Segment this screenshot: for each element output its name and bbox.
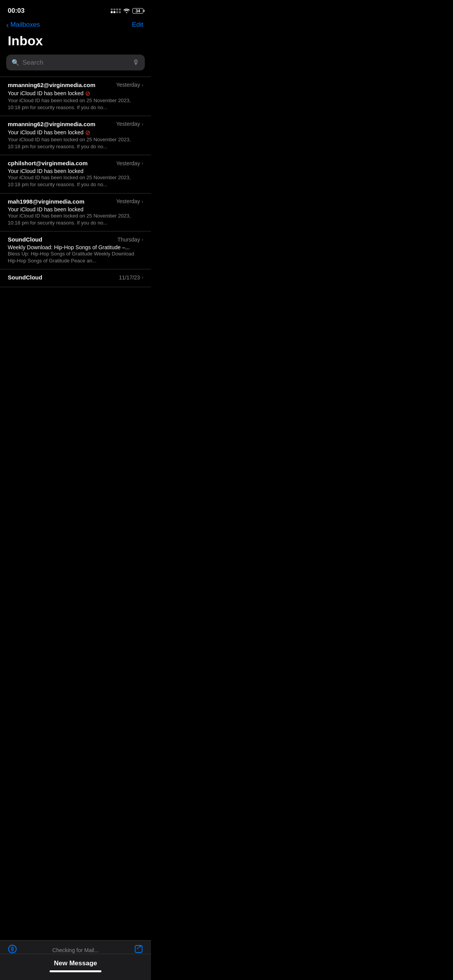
email-sender: mmanning62@virginmedia.com (8, 121, 113, 127)
email-sender: SoundCloud (8, 236, 114, 243)
microphone-icon[interactable]: 🎙 (132, 58, 139, 67)
status-time: 00:03 (8, 7, 24, 15)
email-list: mmanning62@virginmedia.com Yesterday › Y… (0, 77, 151, 288)
mailboxes-label: Mailboxes (10, 21, 40, 29)
email-date: Thursday (117, 236, 140, 243)
email-subject: Your iCloud ID has been locked (8, 129, 84, 135)
flagged-icon: ⊘ (85, 129, 90, 136)
email-date: 11/17/23 (119, 274, 140, 281)
email-subject: Your iCloud ID has been locked (8, 168, 84, 174)
email-subject: Weekly Download: Hip-Hop Songs of Gratit… (8, 244, 130, 250)
email-date: Yesterday (116, 82, 140, 88)
status-bar: 00:03 34 (0, 0, 151, 19)
signal-icon (111, 9, 121, 13)
email-list-item[interactable]: SoundCloud 11/17/23 › (0, 269, 151, 287)
search-icon: 🔍 (12, 59, 19, 66)
email-date: Yesterday (116, 121, 140, 127)
mailboxes-back-button[interactable]: ‹ Mailboxes (6, 21, 40, 29)
email-chevron-icon: › (142, 199, 143, 204)
search-bar[interactable]: 🔍 🎙 (6, 55, 145, 70)
email-subject: Your iCloud ID has been locked (8, 90, 84, 96)
email-date: Yesterday (116, 160, 140, 166)
email-preview: Your iCloud ID has been locked on 25 Nov… (8, 212, 143, 226)
email-chevron-icon: › (142, 236, 143, 242)
email-date: Yesterday (116, 198, 140, 204)
email-chevron-icon: › (142, 160, 143, 166)
email-list-item[interactable]: SoundCloud Thursday › Weekly Download: H… (0, 231, 151, 269)
email-sender: mmanning62@virginmedia.com (8, 82, 113, 88)
email-chevron-icon: › (142, 274, 143, 280)
search-input[interactable] (22, 59, 129, 67)
edit-button[interactable]: Edit (132, 21, 143, 29)
email-list-item[interactable]: mmanning62@virginmedia.com Yesterday › Y… (0, 116, 151, 155)
wifi-icon (123, 8, 130, 14)
page-title: Inbox (0, 32, 151, 55)
flagged-icon: ⊘ (85, 90, 90, 97)
email-list-item[interactable]: mah1998@virginmedia.com Yesterday › Your… (0, 194, 151, 231)
email-chevron-icon: › (142, 82, 143, 88)
nav-bar: ‹ Mailboxes Edit (0, 19, 151, 32)
battery-icon: 34 (132, 8, 143, 14)
email-list-item[interactable]: cphilshort@virginmedia.com Yesterday › Y… (0, 155, 151, 193)
status-icons: 34 (111, 8, 143, 14)
email-list-item[interactable]: mmanning62@virginmedia.com Yesterday › Y… (0, 77, 151, 116)
email-preview: Bless Up: Hip-Hop Songs of Gratitude Wee… (8, 250, 143, 264)
email-sender: SoundCloud (8, 274, 116, 281)
back-chevron-icon: ‹ (6, 21, 9, 29)
email-sender: mah1998@virginmedia.com (8, 198, 113, 205)
email-preview: Your iCloud ID has been locked on 25 Nov… (8, 136, 143, 150)
email-chevron-icon: › (142, 121, 143, 127)
email-subject: Your iCloud ID has been locked (8, 206, 84, 212)
email-preview: Your iCloud ID has been locked on 25 Nov… (8, 97, 143, 111)
email-preview: Your iCloud ID has been locked on 25 Nov… (8, 174, 143, 188)
email-sender: cphilshort@virginmedia.com (8, 160, 113, 166)
